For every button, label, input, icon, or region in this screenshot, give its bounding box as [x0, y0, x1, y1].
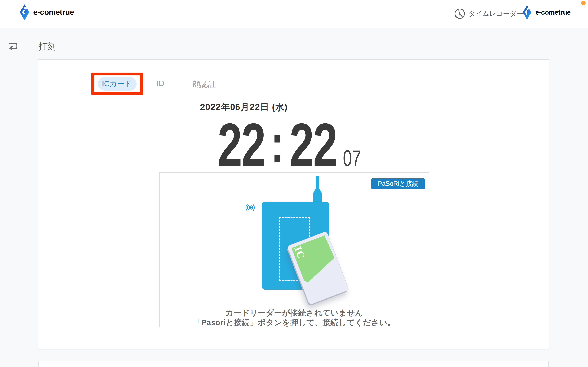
reader-instruction-message: 「Pasoriと接続」ボタンを押して、接続してください。: [160, 317, 429, 328]
e-cometrue-diamond-icon: [522, 5, 532, 20]
back-button[interactable]: [7, 40, 19, 51]
reader-status-message: カードリーダーが接続されていません: [160, 307, 429, 318]
time-separator: :: [271, 117, 283, 170]
nfc-signal-icon: [244, 204, 256, 211]
app-header: e-cometrue タイムレコーダー e-cometrue: [0, 0, 588, 28]
annotation-highlight-box: ICカード: [91, 73, 143, 95]
card-reader-panel: PaSoRiと接続 IC カードリーダーが接続されていません 「Pasoriと接…: [159, 172, 429, 327]
next-section-panel: [38, 361, 549, 367]
time-minutes: 22: [290, 114, 337, 175]
current-time: 22 : 22 07: [218, 114, 361, 175]
nav-time-recorder[interactable]: タイムレコーダー: [454, 8, 523, 19]
e-cometrue-diamond-icon: [19, 4, 30, 20]
usb-cable: [316, 176, 319, 190]
brand-wordmark: e-cometrue: [535, 8, 571, 16]
brand-logo-left[interactable]: e-cometrue: [19, 4, 74, 20]
ic-card-green-area: [287, 231, 349, 305]
time-seconds: 07: [343, 147, 361, 169]
timerecorder-screen: e-cometrue タイムレコーダー e-cometrue 打刻: [0, 0, 588, 367]
usb-plug: [313, 189, 322, 202]
return-arrow-icon: [7, 40, 19, 51]
tab-ic-card[interactable]: ICカード: [98, 77, 137, 91]
time-hours: 22: [218, 114, 265, 175]
page-title: 打刻: [39, 41, 56, 52]
brand-logo-right: e-cometrue: [522, 5, 571, 20]
tab-face-recognition[interactable]: 顔認証: [188, 79, 221, 90]
punch-card-panel: ICカード ID 顔認証 2022年06月22日 (水) 22 : 22 07 …: [38, 59, 549, 349]
clock-icon: [454, 8, 465, 19]
pasori-connect-button[interactable]: PaSoRiと接続: [371, 178, 425, 189]
nav-time-recorder-label: タイムレコーダー: [468, 9, 523, 18]
brand-wordmark: e-cometrue: [33, 8, 74, 17]
tab-id[interactable]: ID: [152, 79, 169, 88]
recording-indicator-dot: [581, 1, 586, 5]
